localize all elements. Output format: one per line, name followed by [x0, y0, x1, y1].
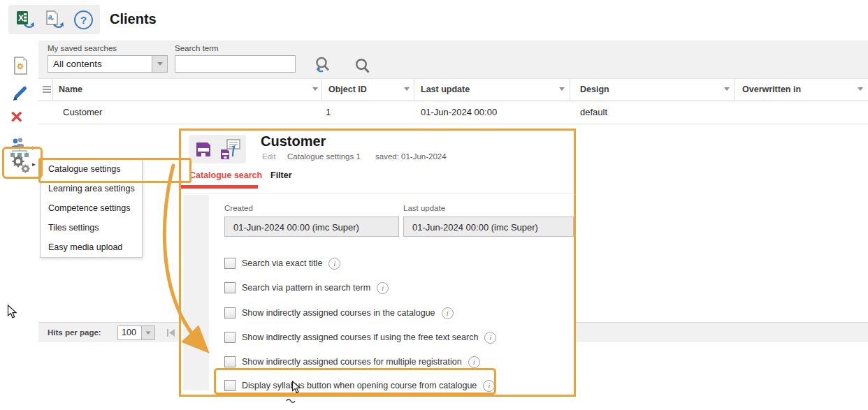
dialog-title: Customer: [261, 133, 326, 149]
checkbox-label: Search via pattern in search term: [242, 283, 370, 293]
column-filter-arrow-object-id[interactable]: [404, 87, 410, 91]
checkbox-indirect-catalogue[interactable]: [224, 307, 236, 319]
dialog-saved-label: saved: 01-Jun-2024: [375, 152, 447, 161]
save-and-back-icon[interactable]: [219, 139, 240, 160]
new-item-icon[interactable]: [12, 56, 29, 78]
saved-searches-dropdown-arrow[interactable]: [152, 56, 167, 72]
dialog-toolbar: [189, 135, 246, 163]
info-icon[interactable]: i: [328, 258, 340, 270]
column-filter-arrow-overwritten-in[interactable]: [858, 87, 863, 91]
created-field: 01-Jun-2024 00:00 (imc Super): [224, 217, 399, 237]
svg-text:a,: a,: [48, 13, 54, 21]
edit-icon[interactable]: [10, 84, 29, 106]
checkbox-search-exact-title[interactable]: [224, 258, 236, 269]
row-cell-name[interactable]: Customer: [63, 107, 102, 117]
search-icon[interactable]: [354, 57, 372, 78]
row-cell-last-update: 01-Jun-2024 00:00: [421, 107, 497, 117]
sidebar: × ▸: [0, 39, 38, 410]
menu-item-tiles-settings[interactable]: Tiles settings: [41, 218, 142, 237]
save-icon[interactable]: [194, 140, 212, 159]
column-header-design[interactable]: Design: [580, 85, 609, 94]
customer-settings-dialog: Customer Edit Catalogue settings 1 saved…: [179, 129, 576, 397]
dialog-context-label: Catalogue settings 1: [287, 152, 361, 161]
search-with-saved-icon[interactable]: [313, 56, 333, 78]
search-term-input[interactable]: [175, 55, 296, 73]
help-icon[interactable]: ?: [74, 10, 93, 29]
column-header-object-id[interactable]: Object ID: [328, 85, 367, 94]
hits-per-page-value: 100: [118, 326, 141, 339]
dialog-mode-label: Edit: [262, 152, 276, 161]
app-window: X a, ? Clients: [0, 0, 868, 410]
pagination-first-page-icon[interactable]: [166, 328, 178, 340]
dialog-side-panel: [183, 195, 209, 390]
checkbox-row-indirect-multiple-registration: Show indirectly assigned courses for mul…: [224, 356, 480, 368]
checkbox-row-indirect-catalogue: Show indirectly assigned courses in the …: [224, 307, 454, 319]
info-icon[interactable]: i: [377, 282, 389, 294]
menu-item-learning-area-settings[interactable]: Learning area settings: [41, 179, 142, 198]
checkbox-row-indirect-free-text: Show indirectly assigned courses if usin…: [224, 331, 496, 344]
active-tab-underline: [181, 185, 258, 189]
column-header-last-update[interactable]: Last update: [421, 85, 470, 94]
checkbox-label: Show indirectly assigned courses in the …: [242, 308, 435, 318]
checkbox-label: Search via exact title: [242, 258, 322, 268]
created-label: Created: [224, 204, 253, 212]
checkbox-row-pattern-search: Search via pattern in search term i: [224, 281, 389, 294]
export-toolbar: X a, ?: [8, 5, 100, 34]
last-update-field: 01-Jun-2024 00:00 (imc Super): [403, 217, 574, 237]
checkbox-search-pattern[interactable]: [224, 282, 236, 293]
checkbox-label: Show indirectly assigned courses for mul…: [242, 357, 462, 367]
info-icon[interactable]: i: [484, 332, 496, 344]
saved-searches-select[interactable]: All contents: [48, 55, 168, 73]
saved-searches-label: My saved searches: [48, 44, 117, 52]
text-export-icon[interactable]: a,: [45, 10, 64, 29]
checkbox-label: Display syllabus button when opening cou…: [242, 381, 477, 390]
column-filter-arrow-name[interactable]: [312, 87, 318, 91]
mouse-cursor: [7, 305, 17, 322]
tab-divider: [181, 193, 574, 194]
checkbox-indirect-multiple-registration[interactable]: [224, 356, 236, 367]
settings-expand-caret[interactable]: ▸: [32, 161, 36, 168]
search-term-label: Search term: [175, 44, 219, 52]
checkbox-row-display-syllabus: Display syllabus button when opening cou…: [224, 379, 495, 392]
table-menu-icon[interactable]: [43, 85, 51, 94]
tab-catalogue-search[interactable]: Catalogue search: [189, 170, 262, 180]
menu-item-competence-settings[interactable]: Competence settings: [41, 198, 142, 218]
checkbox-display-syllabus[interactable]: [224, 380, 236, 391]
excel-export-icon[interactable]: X: [15, 10, 35, 29]
row-cell-design: default: [580, 107, 607, 117]
settings-gears-icon[interactable]: [10, 154, 31, 177]
page-title: Clients: [110, 11, 157, 27]
mouse-cursor-dialog: [291, 381, 301, 397]
checkbox-indirect-free-text[interactable]: [224, 332, 236, 343]
hits-per-page-dropdown-arrow[interactable]: [141, 326, 154, 339]
hits-per-page-label: Hits per page:: [48, 328, 101, 337]
column-filter-arrow-last-update[interactable]: [559, 87, 565, 91]
info-icon[interactable]: i: [483, 380, 495, 392]
info-icon[interactable]: i: [468, 356, 480, 368]
column-header-overwritten-in[interactable]: Overwritten in: [742, 85, 801, 94]
settings-context-menu: Catalogue settings Learning area setting…: [40, 159, 143, 258]
cursor-busy-glyph: [286, 395, 296, 408]
checkbox-label: Show indirectly assigned courses if usin…: [242, 332, 478, 342]
saved-searches-value: All contents: [48, 56, 152, 72]
menu-item-catalogue-settings[interactable]: Catalogue settings: [41, 159, 142, 179]
menu-item-easy-media-upload[interactable]: Easy media upload: [41, 237, 142, 257]
info-icon[interactable]: i: [442, 307, 454, 319]
column-filter-arrow-design[interactable]: [724, 87, 730, 91]
tab-filter[interactable]: Filter: [270, 170, 292, 180]
checkbox-row-exact-title: Search via exact title i: [224, 257, 340, 270]
hits-per-page-select[interactable]: 100: [117, 325, 155, 340]
svg-text:X: X: [18, 13, 24, 23]
org-structure-expand-caret[interactable]: ▸: [32, 144, 36, 151]
delete-icon[interactable]: ×: [10, 106, 23, 127]
last-update-label: Last update: [403, 204, 445, 212]
column-header-name[interactable]: Name: [59, 85, 82, 94]
row-cell-object-id: 1: [326, 107, 331, 117]
